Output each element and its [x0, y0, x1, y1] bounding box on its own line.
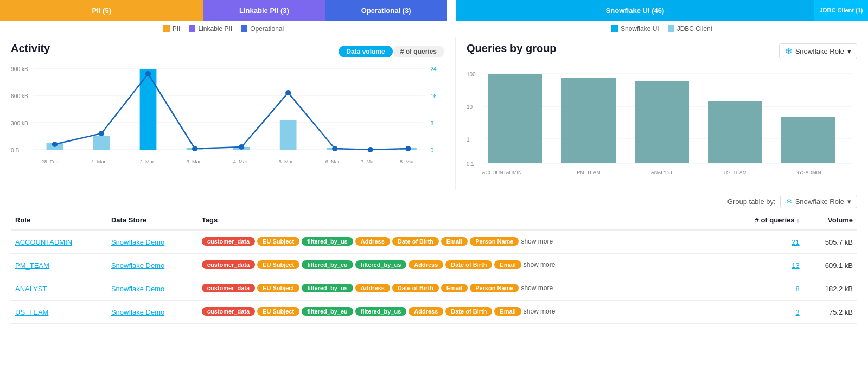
queries-count[interactable]: 3	[795, 308, 799, 316]
tag[interactable]: Person Name	[470, 237, 519, 246]
queries-count[interactable]: 13	[792, 261, 799, 270]
show-more[interactable]: show more	[521, 238, 553, 245]
role-link[interactable]: ANALYST	[15, 285, 47, 293]
tag[interactable]: Address	[409, 260, 443, 269]
tag[interactable]: EU Subject	[257, 284, 299, 292]
tag[interactable]: filtered_by_us	[302, 237, 353, 246]
tag[interactable]: Date of Birth	[445, 260, 492, 269]
svg-rect-49	[635, 81, 689, 163]
top-bar-right: Snowflake UI (46) JDBC Client (1)	[456, 0, 868, 21]
operational-legend-dot	[241, 25, 247, 32]
svg-point-21	[52, 142, 58, 147]
data-store-link[interactable]: Snowflake Demo	[111, 261, 164, 270]
svg-text:US_TEAM: US_TEAM	[724, 170, 747, 175]
data-store-link[interactable]: Snowflake Demo	[111, 238, 164, 246]
tag[interactable]: EU Subject	[257, 260, 299, 269]
tag[interactable]: Address	[355, 237, 390, 246]
volume-cell: 505.7 kB	[804, 230, 857, 254]
data-volume-toggle[interactable]: Data volume	[339, 46, 392, 57]
svg-rect-50	[708, 101, 762, 163]
queries-count[interactable]: 21	[792, 238, 799, 246]
show-more[interactable]: show more	[521, 284, 553, 292]
operational-segment[interactable]: Operational (3)	[325, 0, 447, 21]
tags-cell: customer_dataEU Subjectfiltered_by_eufil…	[197, 254, 726, 277]
svg-text:ACCOUNTADMIN: ACCOUNTADMIN	[482, 170, 522, 175]
tag[interactable]: Email	[494, 260, 521, 269]
snowflake-icon: ❄	[785, 46, 792, 56]
data-store-link[interactable]: Snowflake Demo	[111, 285, 164, 293]
svg-text:900 kB: 900 kB	[11, 66, 28, 72]
tag[interactable]: EU Subject	[257, 237, 299, 246]
svg-text:PM_TEAM: PM_TEAM	[577, 170, 601, 175]
data-store-link[interactable]: Snowflake Demo	[111, 308, 164, 316]
tag[interactable]: customer_data	[202, 307, 255, 316]
svg-text:4. Mar: 4. Mar	[233, 159, 247, 164]
svg-text:100: 100	[467, 72, 476, 78]
role-link[interactable]: ACCOUNTADMIN	[15, 238, 72, 246]
queries-count[interactable]: 8	[795, 285, 799, 293]
svg-text:1: 1	[467, 137, 470, 143]
svg-text:300 kB: 300 kB	[11, 120, 28, 126]
tag[interactable]: filtered_by_us	[355, 260, 407, 269]
tag[interactable]: Date of Birth	[445, 307, 492, 316]
svg-point-26	[285, 90, 291, 95]
activity-panel: Activity Data volume # of queries 900 kB…	[0, 37, 456, 190]
tag[interactable]: Address	[409, 307, 443, 316]
svg-text:5. Mar: 5. Mar	[279, 159, 293, 164]
linkable-pii-segment[interactable]: Linkable PII (3)	[203, 0, 326, 21]
jdbc-client-segment[interactable]: JDBC Client (1)	[814, 0, 868, 21]
role-selector-label: Snowflake Role	[795, 47, 844, 55]
tag[interactable]: customer_data	[202, 260, 255, 269]
role-selector[interactable]: ❄ Snowflake Role ▾	[779, 43, 857, 59]
tag[interactable]: Date of Birth	[392, 237, 439, 246]
tag[interactable]: customer_data	[202, 284, 255, 292]
pii-legend-dot	[163, 25, 170, 32]
tag[interactable]: Date of Birth	[392, 284, 439, 292]
svg-text:7. Mar: 7. Mar	[361, 159, 375, 164]
volume-cell: 75.2 kB	[804, 301, 857, 324]
chevron-down-icon: ▾	[847, 197, 851, 206]
col-volume: Volume	[804, 210, 857, 230]
tag[interactable]: customer_data	[202, 237, 255, 246]
show-more[interactable]: show more	[524, 261, 556, 268]
tag[interactable]: Person Name	[470, 284, 519, 292]
tag[interactable]: Email	[494, 307, 521, 316]
operational-legend-label: Operational	[250, 25, 284, 33]
svg-point-24	[192, 146, 197, 151]
svg-text:8. Mar: 8. Mar	[400, 159, 414, 164]
tags-cell: customer_dataEU Subjectfiltered_by_usAdd…	[197, 277, 726, 301]
queries-panel: Queries by group ❄ Snowflake Role ▾ 100 …	[456, 37, 868, 190]
col-tags: Tags	[197, 210, 726, 230]
tags-cell: customer_dataEU Subjectfiltered_by_eufil…	[197, 301, 726, 324]
pii-segment[interactable]: PII (5)	[0, 0, 203, 21]
snowflake-ui-legend: Snowflake UI	[611, 25, 659, 33]
tag[interactable]: Email	[441, 237, 468, 246]
svg-text:SYSADMIN: SYSADMIN	[795, 170, 821, 175]
svg-text:0: 0	[430, 148, 433, 154]
group-table-selector[interactable]: ❄ Snowflake Role ▾	[780, 195, 857, 208]
left-legend: PII Linkable PII Operational	[11, 21, 436, 37]
tag[interactable]: Email	[441, 284, 468, 292]
tag[interactable]: filtered_by_us	[355, 307, 407, 316]
tag[interactable]: EU Subject	[257, 307, 299, 316]
queries-toggle[interactable]: # of queries	[393, 46, 444, 57]
snowflake-ui-legend-label: Snowflake UI	[621, 25, 659, 33]
tag[interactable]: filtered_by_eu	[302, 260, 353, 269]
linkable-legend: Linkable PII	[189, 25, 232, 33]
activity-chart-svg: 900 kB 600 kB 300 kB 0 B 24 16 8 0	[11, 63, 444, 171]
volume-cell: 609.1 kB	[804, 254, 857, 277]
show-more[interactable]: show more	[524, 308, 556, 315]
snowflake-ui-segment[interactable]: Snowflake UI (46)	[456, 0, 814, 21]
queries-title: Queries by group	[467, 42, 557, 55]
activity-chart: 900 kB 600 kB 300 kB 0 B 24 16 8 0	[11, 63, 444, 171]
svg-text:0 B: 0 B	[11, 148, 20, 154]
role-link[interactable]: US_TEAM	[15, 308, 48, 316]
role-link[interactable]: PM_TEAM	[15, 261, 49, 270]
table-header-row: Role Data Store Tags # of queries ↓ Volu…	[11, 210, 857, 230]
linkable-legend-dot	[189, 25, 195, 32]
tag[interactable]: filtered_by_us	[302, 284, 353, 292]
group-by-label: Group table by:	[727, 197, 776, 206]
tag[interactable]: Address	[355, 284, 390, 292]
svg-point-22	[99, 131, 104, 136]
tag[interactable]: filtered_by_eu	[302, 307, 353, 316]
